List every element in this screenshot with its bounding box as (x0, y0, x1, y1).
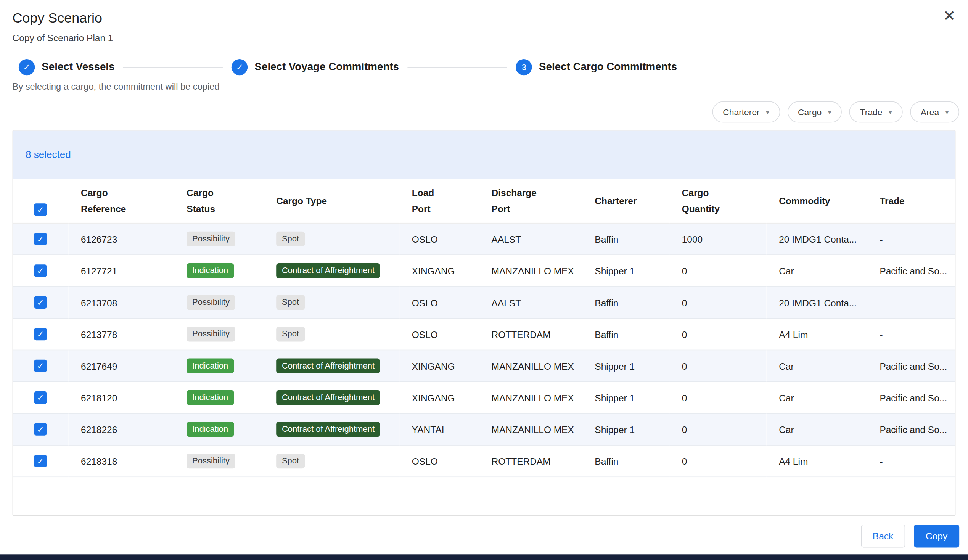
cell-cargo-reference: 6217649 (68, 350, 174, 381)
cell-charterer: Shipper 1 (582, 382, 670, 414)
table-row[interactable]: ✓6218120IndicationContract of Affreightm… (13, 382, 955, 414)
filter-trade[interactable]: Trade ▾ (849, 101, 903, 123)
cell-discharge-port: AALST (479, 223, 582, 255)
cell-cargo-reference: 6127721 (68, 255, 174, 287)
cell-cargo-type: Contract of Affreightment (264, 382, 400, 414)
step-label: Select Voyage Commitments (254, 61, 399, 74)
status-badge: Spot (276, 454, 305, 469)
chevron-down-icon: ▾ (828, 108, 832, 116)
column-header-discharge-port: Discharge Port (479, 179, 582, 223)
row-checkbox[interactable]: ✓ (34, 328, 47, 341)
table-row[interactable]: ✓6127721IndicationContract of Affreightm… (13, 255, 955, 287)
row-checkbox[interactable]: ✓ (34, 423, 47, 436)
helper-text: By selecting a cargo, the commitment wil… (13, 82, 956, 91)
cell-trade: - (867, 223, 956, 255)
cell-charterer: Shipper 1 (582, 414, 670, 445)
cell-discharge-port: ROTTERDAM (479, 318, 582, 350)
back-button[interactable]: Back (861, 525, 905, 547)
cell-load-port: OSLO (399, 223, 479, 255)
table-body: ✓6126723PossibilitySpotOSLOAALSTBaffin10… (13, 223, 955, 477)
table-row[interactable]: ✓6218318PossibilitySpotOSLOROTTERDAMBaff… (13, 445, 955, 477)
checkbox-cell: ✓ (13, 382, 68, 414)
status-badge: Spot (276, 232, 305, 247)
status-badge: Contract of Affreightment (276, 359, 380, 373)
cell-charterer: Baffin (582, 445, 670, 477)
cell-commodity: Car (767, 382, 867, 414)
column-header-commodity: Commodity (767, 179, 867, 223)
status-badge: Indication (187, 422, 234, 437)
row-checkbox[interactable]: ✓ (34, 264, 47, 277)
cell-cargo-reference: 6218120 (68, 382, 174, 414)
cell-cargo-status: Indication (174, 414, 264, 445)
cell-load-port: OSLO (399, 445, 479, 477)
checkbox-cell: ✓ (13, 287, 68, 318)
cell-cargo-quantity: 0 (670, 255, 766, 287)
status-badge: Indication (187, 390, 234, 405)
column-header-charterer: Charterer (582, 179, 670, 223)
filter-label: Cargo (798, 107, 822, 117)
row-checkbox[interactable]: ✓ (34, 455, 47, 467)
cell-cargo-quantity: 0 (670, 350, 766, 381)
step-select-cargo-commitments[interactable]: 3 Select Cargo Commitments (516, 59, 677, 75)
status-badge: Contract of Affreightment (276, 422, 380, 437)
step-label: Select Cargo Commitments (539, 61, 677, 74)
checkbox-cell: ✓ (13, 414, 68, 445)
cell-trade: - (867, 287, 956, 318)
row-checkbox[interactable]: ✓ (34, 391, 47, 404)
checkbox-cell: ✓ (13, 350, 68, 381)
cell-load-port: YANTAI (399, 414, 479, 445)
chevron-down-icon: ▾ (766, 108, 769, 116)
cell-cargo-type: Spot (264, 223, 400, 255)
cell-trade: - (867, 318, 956, 350)
selection-count: 8 selected (26, 149, 71, 160)
filter-cargo[interactable]: Cargo ▾ (787, 101, 842, 123)
filter-area[interactable]: Area ▾ (910, 101, 959, 123)
status-badge: Spot (276, 326, 305, 341)
select-all-checkbox[interactable]: ✓ (34, 203, 47, 216)
cell-discharge-port: MANZANILLO MEX (479, 414, 582, 445)
cell-commodity: Car (767, 350, 867, 381)
filter-charterer[interactable]: Charterer ▾ (713, 101, 780, 123)
cargo-table-panel: 8 selected ✓ Cargo Reference Cargo Statu… (13, 130, 956, 516)
table-row[interactable]: ✓6213708PossibilitySpotOSLOAALSTBaffin02… (13, 287, 955, 318)
column-header-cargo-status: Cargo Status (174, 179, 264, 223)
cell-load-port: XINGANG (399, 350, 479, 381)
cell-commodity: Car (767, 255, 867, 287)
cell-cargo-type: Contract of Affreightment (264, 350, 400, 381)
column-header-load-port: Load Port (399, 179, 479, 223)
status-badge: Indication (187, 359, 234, 373)
table-row[interactable]: ✓6213778PossibilitySpotOSLOROTTERDAMBaff… (13, 318, 955, 350)
cell-discharge-port: ROTTERDAM (479, 445, 582, 477)
row-checkbox[interactable]: ✓ (34, 296, 47, 308)
cell-cargo-status: Possibility (174, 318, 264, 350)
cell-trade: Pacific and So... (867, 350, 956, 381)
row-checkbox[interactable]: ✓ (34, 233, 47, 245)
cell-cargo-quantity: 0 (670, 445, 766, 477)
modal-subtitle: Copy of Scenario Plan 1 (13, 32, 956, 43)
table-row[interactable]: ✓6126723PossibilitySpotOSLOAALSTBaffin10… (13, 223, 955, 255)
column-header-cargo-reference: Cargo Reference (68, 179, 174, 223)
step-select-voyage-commitments[interactable]: ✓ Select Voyage Commitments (232, 59, 399, 75)
cell-discharge-port: MANZANILLO MEX (479, 382, 582, 414)
cell-trade: Pacific and So... (867, 255, 956, 287)
step-select-vessels[interactable]: ✓ Select Vessels (19, 59, 115, 75)
table-row[interactable]: ✓6218226IndicationContract of Affreightm… (13, 414, 955, 445)
cell-cargo-status: Indication (174, 382, 264, 414)
modal-header: Copy Scenario Copy of Scenario Plan 1 ✕ (0, 0, 968, 43)
cell-cargo-quantity: 0 (670, 382, 766, 414)
cell-load-port: OSLO (399, 287, 479, 318)
copy-button[interactable]: Copy (914, 525, 959, 547)
row-checkbox[interactable]: ✓ (34, 360, 47, 372)
cell-load-port: XINGANG (399, 255, 479, 287)
cell-commodity: 20 IMDG1 Conta... (767, 223, 867, 255)
table-row[interactable]: ✓6217649IndicationContract of Affreightm… (13, 350, 955, 381)
cell-commodity: A4 Lim (767, 318, 867, 350)
status-badge: Contract of Affreightment (276, 263, 380, 278)
table-header-row: ✓ Cargo Reference Cargo Status Cargo Typ… (13, 179, 955, 223)
cell-load-port: OSLO (399, 318, 479, 350)
cell-cargo-status: Possibility (174, 287, 264, 318)
cell-cargo-type: Spot (264, 445, 400, 477)
close-button[interactable]: ✕ (940, 6, 959, 26)
cargo-table: ✓ Cargo Reference Cargo Status Cargo Typ… (13, 179, 955, 477)
filter-label: Trade (860, 107, 883, 117)
